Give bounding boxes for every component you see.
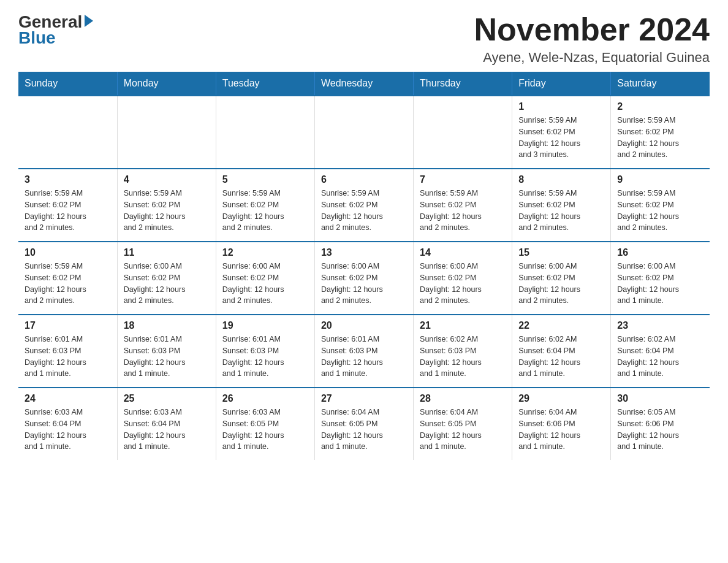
weekday-header: Saturday bbox=[611, 72, 710, 96]
day-number: 7 bbox=[420, 174, 506, 185]
day-info: Sunrise: 5:59 AMSunset: 6:02 PMDaylight:… bbox=[518, 188, 604, 234]
day-number: 20 bbox=[321, 320, 407, 331]
day-info: Sunrise: 5:59 AMSunset: 6:02 PMDaylight:… bbox=[420, 188, 506, 234]
calendar-table: SundayMondayTuesdayWednesdayThursdayFrid… bbox=[18, 72, 710, 460]
day-info: Sunrise: 5:59 AMSunset: 6:02 PMDaylight:… bbox=[25, 188, 111, 234]
page-header: General Blue November 2024 Ayene, Wele-N… bbox=[18, 12, 710, 66]
day-info: Sunrise: 6:02 AMSunset: 6:04 PMDaylight:… bbox=[518, 334, 604, 380]
calendar-cell bbox=[18, 96, 117, 169]
weekday-header: Monday bbox=[117, 72, 216, 96]
calendar-cell: 16Sunrise: 6:00 AMSunset: 6:02 PMDayligh… bbox=[611, 242, 710, 315]
day-info: Sunrise: 6:00 AMSunset: 6:02 PMDaylight:… bbox=[617, 261, 703, 307]
calendar-cell: 20Sunrise: 6:01 AMSunset: 6:03 PMDayligh… bbox=[314, 315, 413, 388]
day-info: Sunrise: 6:02 AMSunset: 6:04 PMDaylight:… bbox=[617, 334, 703, 380]
calendar-week-row: 1Sunrise: 5:59 AMSunset: 6:02 PMDaylight… bbox=[18, 96, 710, 169]
day-number: 13 bbox=[321, 247, 407, 258]
calendar-cell: 11Sunrise: 6:00 AMSunset: 6:02 PMDayligh… bbox=[117, 242, 216, 315]
day-info: Sunrise: 6:02 AMSunset: 6:03 PMDaylight:… bbox=[420, 334, 506, 380]
day-info: Sunrise: 5:59 AMSunset: 6:02 PMDaylight:… bbox=[321, 188, 407, 234]
calendar-week-row: 17Sunrise: 6:01 AMSunset: 6:03 PMDayligh… bbox=[18, 315, 710, 388]
day-info: Sunrise: 6:03 AMSunset: 6:04 PMDaylight:… bbox=[25, 407, 111, 453]
calendar-cell: 25Sunrise: 6:03 AMSunset: 6:04 PMDayligh… bbox=[117, 388, 216, 460]
day-info: Sunrise: 6:00 AMSunset: 6:02 PMDaylight:… bbox=[420, 261, 506, 307]
calendar-cell: 7Sunrise: 5:59 AMSunset: 6:02 PMDaylight… bbox=[414, 169, 512, 242]
weekday-header: Wednesday bbox=[314, 72, 413, 96]
logo: General Blue bbox=[18, 12, 93, 48]
calendar-week-row: 24Sunrise: 6:03 AMSunset: 6:04 PMDayligh… bbox=[18, 388, 710, 460]
day-number: 22 bbox=[518, 320, 604, 331]
calendar-cell: 26Sunrise: 6:03 AMSunset: 6:05 PMDayligh… bbox=[216, 388, 314, 460]
day-number: 30 bbox=[617, 393, 703, 404]
day-info: Sunrise: 5:59 AMSunset: 6:02 PMDaylight:… bbox=[518, 115, 604, 161]
weekday-header: Friday bbox=[512, 72, 611, 96]
calendar-cell: 15Sunrise: 6:00 AMSunset: 6:02 PMDayligh… bbox=[512, 242, 611, 315]
day-info: Sunrise: 6:04 AMSunset: 6:06 PMDaylight:… bbox=[518, 407, 604, 453]
day-info: Sunrise: 6:01 AMSunset: 6:03 PMDaylight:… bbox=[124, 334, 210, 380]
day-number: 25 bbox=[124, 393, 210, 404]
day-info: Sunrise: 6:00 AMSunset: 6:02 PMDaylight:… bbox=[124, 261, 210, 307]
day-info: Sunrise: 6:01 AMSunset: 6:03 PMDaylight:… bbox=[222, 334, 308, 380]
day-info: Sunrise: 6:03 AMSunset: 6:05 PMDaylight:… bbox=[222, 407, 308, 453]
day-number: 2 bbox=[617, 101, 703, 112]
day-number: 18 bbox=[124, 320, 210, 331]
calendar-cell: 6Sunrise: 5:59 AMSunset: 6:02 PMDaylight… bbox=[314, 169, 413, 242]
day-info: Sunrise: 6:04 AMSunset: 6:05 PMDaylight:… bbox=[321, 407, 407, 453]
day-number: 6 bbox=[321, 174, 407, 185]
day-info: Sunrise: 6:04 AMSunset: 6:05 PMDaylight:… bbox=[420, 407, 506, 453]
calendar-cell: 18Sunrise: 6:01 AMSunset: 6:03 PMDayligh… bbox=[117, 315, 216, 388]
day-number: 5 bbox=[222, 174, 308, 185]
calendar-cell: 24Sunrise: 6:03 AMSunset: 6:04 PMDayligh… bbox=[18, 388, 117, 460]
calendar-cell: 28Sunrise: 6:04 AMSunset: 6:05 PMDayligh… bbox=[414, 388, 512, 460]
day-number: 4 bbox=[124, 174, 210, 185]
weekday-header: Sunday bbox=[18, 72, 117, 96]
calendar-cell: 5Sunrise: 5:59 AMSunset: 6:02 PMDaylight… bbox=[216, 169, 314, 242]
calendar-cell: 21Sunrise: 6:02 AMSunset: 6:03 PMDayligh… bbox=[414, 315, 512, 388]
day-number: 27 bbox=[321, 393, 407, 404]
day-number: 8 bbox=[518, 174, 604, 185]
day-number: 10 bbox=[25, 247, 111, 258]
calendar-cell bbox=[414, 96, 512, 169]
calendar-cell: 3Sunrise: 5:59 AMSunset: 6:02 PMDaylight… bbox=[18, 169, 117, 242]
title-area: November 2024 Ayene, Wele-Nzas, Equatori… bbox=[474, 12, 710, 66]
day-number: 14 bbox=[420, 247, 506, 258]
calendar-cell: 22Sunrise: 6:02 AMSunset: 6:04 PMDayligh… bbox=[512, 315, 611, 388]
day-number: 11 bbox=[124, 247, 210, 258]
day-number: 9 bbox=[617, 174, 703, 185]
weekday-header-row: SundayMondayTuesdayWednesdayThursdayFrid… bbox=[18, 72, 710, 96]
calendar-cell: 27Sunrise: 6:04 AMSunset: 6:05 PMDayligh… bbox=[314, 388, 413, 460]
day-number: 17 bbox=[25, 320, 111, 331]
calendar-cell: 9Sunrise: 5:59 AMSunset: 6:02 PMDaylight… bbox=[611, 169, 710, 242]
weekday-header: Tuesday bbox=[216, 72, 314, 96]
calendar-cell: 8Sunrise: 5:59 AMSunset: 6:02 PMDaylight… bbox=[512, 169, 611, 242]
day-info: Sunrise: 6:00 AMSunset: 6:02 PMDaylight:… bbox=[222, 261, 308, 307]
calendar-cell bbox=[216, 96, 314, 169]
day-info: Sunrise: 5:59 AMSunset: 6:02 PMDaylight:… bbox=[124, 188, 210, 234]
calendar-cell bbox=[117, 96, 216, 169]
day-number: 16 bbox=[617, 247, 703, 258]
logo-arrow-icon bbox=[85, 15, 93, 27]
calendar-cell: 1Sunrise: 5:59 AMSunset: 6:02 PMDaylight… bbox=[512, 96, 611, 169]
calendar-cell: 17Sunrise: 6:01 AMSunset: 6:03 PMDayligh… bbox=[18, 315, 117, 388]
weekday-header: Thursday bbox=[414, 72, 512, 96]
calendar-cell: 29Sunrise: 6:04 AMSunset: 6:06 PMDayligh… bbox=[512, 388, 611, 460]
calendar-cell: 2Sunrise: 5:59 AMSunset: 6:02 PMDaylight… bbox=[611, 96, 710, 169]
calendar-cell: 12Sunrise: 6:00 AMSunset: 6:02 PMDayligh… bbox=[216, 242, 314, 315]
day-number: 24 bbox=[25, 393, 111, 404]
calendar-cell: 14Sunrise: 6:00 AMSunset: 6:02 PMDayligh… bbox=[414, 242, 512, 315]
day-info: Sunrise: 5:59 AMSunset: 6:02 PMDaylight:… bbox=[617, 188, 703, 234]
day-info: Sunrise: 5:59 AMSunset: 6:02 PMDaylight:… bbox=[617, 115, 703, 161]
day-number: 3 bbox=[25, 174, 111, 185]
day-info: Sunrise: 5:59 AMSunset: 6:02 PMDaylight:… bbox=[222, 188, 308, 234]
day-number: 28 bbox=[420, 393, 506, 404]
calendar-cell: 4Sunrise: 5:59 AMSunset: 6:02 PMDaylight… bbox=[117, 169, 216, 242]
day-info: Sunrise: 5:59 AMSunset: 6:02 PMDaylight:… bbox=[25, 261, 111, 307]
day-number: 23 bbox=[617, 320, 703, 331]
day-number: 19 bbox=[222, 320, 308, 331]
calendar-cell: 19Sunrise: 6:01 AMSunset: 6:03 PMDayligh… bbox=[216, 315, 314, 388]
month-title: November 2024 bbox=[474, 12, 710, 47]
location-title: Ayene, Wele-Nzas, Equatorial Guinea bbox=[474, 50, 710, 66]
day-number: 26 bbox=[222, 393, 308, 404]
day-number: 1 bbox=[518, 101, 604, 112]
calendar-week-row: 10Sunrise: 5:59 AMSunset: 6:02 PMDayligh… bbox=[18, 242, 710, 315]
day-number: 12 bbox=[222, 247, 308, 258]
